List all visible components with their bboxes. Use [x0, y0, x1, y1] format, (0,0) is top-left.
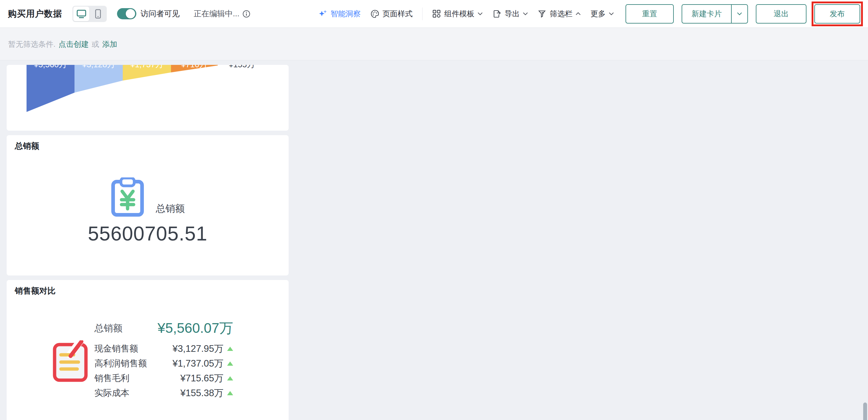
clipboard-yen-icon	[111, 177, 145, 217]
new-card-button[interactable]: 新建卡片	[682, 5, 731, 23]
info-icon[interactable]	[243, 10, 250, 18]
total-sales-card[interactable]: 总销额 总销额	[7, 135, 289, 275]
toolbar-divider	[422, 7, 423, 20]
compare-row-label: 高利润销售额	[94, 358, 147, 370]
components-icon	[432, 9, 441, 19]
compare-row-value: ¥3,127.95万	[173, 342, 223, 355]
compare-rows: 现金销售额¥3,127.95万高利润销售额¥1,737.05万销售毛利¥715.…	[94, 341, 233, 400]
smart-insight-button[interactable]: 智能洞察	[318, 9, 361, 19]
filter-notice-text: 暂无筛选条件.	[8, 39, 56, 49]
export-button[interactable]: 导出	[493, 9, 528, 19]
funnel-chart-card[interactable]: ¥5,560万¥3,128万¥1,737万¥716万¥155万	[7, 65, 289, 131]
notepad-pen-icon	[53, 340, 92, 383]
mobile-icon	[95, 9, 101, 19]
sales-compare-card[interactable]: 销售额对比 总销额 ¥5,560.07万 现金销售额¥3,127.95万高利润销…	[7, 280, 289, 420]
funnel-segment	[27, 65, 74, 112]
filter-notice-bar: 暂无筛选条件. 点击创建 或 添加	[0, 28, 868, 60]
up-triangle-icon	[227, 376, 233, 381]
up-triangle-icon	[227, 391, 233, 395]
funnel-segment-label: ¥5,560万	[33, 65, 67, 69]
page-style-button[interactable]: 页面样式	[370, 9, 412, 19]
new-card-dropdown-button[interactable]	[731, 5, 747, 23]
compare-row-value: ¥715.65万	[180, 372, 223, 385]
filter-bar-button[interactable]: 筛选栏	[538, 9, 581, 19]
toggle-knob	[126, 9, 135, 19]
mobile-view-button[interactable]	[90, 7, 106, 21]
editing-status-text: 正在编辑中...	[194, 8, 240, 19]
page-style-label: 页面样式	[382, 9, 412, 19]
compare-row-value: ¥1,737.05万	[173, 357, 223, 370]
filter-notice-or: 或	[92, 39, 99, 49]
dashboard-canvas: ¥5,560万¥3,128万¥1,737万¥716万¥155万 总销额	[0, 61, 868, 420]
up-triangle-icon	[227, 361, 233, 366]
reset-button[interactable]: 重置	[625, 4, 674, 24]
total-sales-label: 总销额	[156, 202, 185, 217]
total-sales-value: 55600705.51	[88, 222, 207, 245]
chevron-down-icon	[523, 12, 528, 16]
compare-row: 销售毛利¥715.65万	[94, 371, 233, 386]
smart-insight-label: 智能洞察	[331, 9, 361, 19]
header-bar: 购买用户数据	[0, 0, 868, 28]
publish-button[interactable]: 发布	[814, 4, 860, 24]
more-button[interactable]: 更多	[591, 9, 614, 19]
compare-row-value: ¥155.38万	[180, 387, 223, 399]
up-triangle-icon	[227, 347, 233, 351]
compare-row-label: 现金销售额	[94, 343, 138, 355]
funnel-filter-icon	[538, 9, 547, 19]
chevron-up-icon	[576, 12, 581, 16]
export-label: 导出	[504, 9, 520, 19]
new-card-split-button: 新建卡片	[682, 4, 748, 24]
chevron-down-icon	[609, 12, 614, 16]
visitor-visible-toggle[interactable]	[117, 8, 136, 19]
chevron-down-icon	[477, 12, 483, 16]
funnel-segment-label: ¥716万	[181, 65, 207, 69]
primary-label: 总销额	[94, 322, 122, 335]
desktop-icon	[76, 9, 87, 19]
compare-row: 现金销售额¥3,127.95万	[94, 341, 233, 356]
funnel-segment-label: ¥155万	[228, 65, 255, 69]
export-icon	[493, 9, 501, 19]
component-template-label: 组件模板	[444, 9, 474, 19]
page-title: 购买用户数据	[8, 8, 62, 20]
filter-bar-label: 筛选栏	[550, 9, 572, 19]
compare-row: 实际成本¥155.38万	[94, 386, 233, 400]
vertical-scrollbar-thumb[interactable]	[863, 402, 867, 420]
funnel-chart: ¥5,560万¥3,128万¥1,737万¥716万¥155万	[7, 65, 289, 131]
card-title: 总销额	[15, 141, 39, 151]
create-filter-link[interactable]: 点击创建	[59, 39, 89, 49]
device-view-switch[interactable]	[72, 6, 107, 22]
add-filter-link[interactable]: 添加	[102, 39, 117, 49]
card-title: 销售额对比	[15, 286, 56, 296]
primary-value: ¥5,560.07万	[157, 319, 233, 338]
exit-button[interactable]: 退出	[756, 4, 806, 24]
compare-row-label: 实际成本	[94, 387, 129, 399]
funnel-segment-label: ¥3,128万	[82, 65, 115, 69]
compare-row: 高利润销售额¥1,737.05万	[94, 356, 233, 371]
visitor-visible-label: 访问者可见	[141, 8, 180, 19]
component-template-button[interactable]: 组件模板	[432, 9, 483, 19]
compare-primary-row: 总销额 ¥5,560.07万	[94, 320, 233, 337]
funnel-segment-label: ¥1,737万	[130, 65, 163, 69]
compare-row-label: 销售毛利	[94, 372, 129, 384]
palette-icon	[370, 9, 379, 19]
more-label: 更多	[591, 9, 606, 19]
desktop-view-button[interactable]	[73, 7, 89, 21]
sparkle-icon	[318, 9, 328, 19]
